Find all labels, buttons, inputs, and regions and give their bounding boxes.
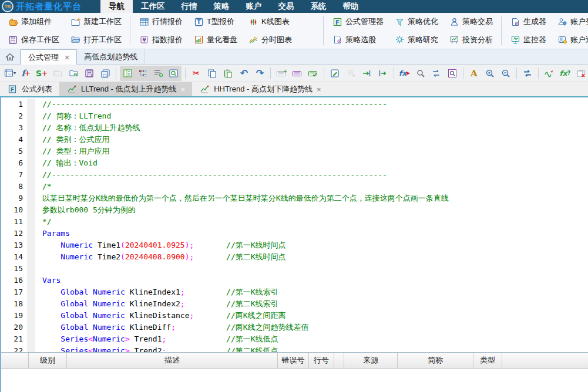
- code-editor[interactable]: 12345678910111213141516171819202122 //--…: [0, 97, 588, 352]
- ribbon-button-T型报价[interactable]: TT型报价: [188, 13, 243, 31]
- toolbar-separator: [394, 67, 394, 79]
- ribbon-button-新建工作区[interactable]: +新建工作区: [65, 13, 127, 31]
- tab-close-icon[interactable]: ×: [317, 86, 321, 93]
- toolbar-button-edit[interactable]: [328, 66, 342, 80]
- ribbon-button-分时图表[interactable]: 分时图表: [243, 31, 297, 48]
- home-button[interactable]: [0, 49, 21, 64]
- message-column-empty[interactable]: [1, 353, 29, 368]
- toolbar-button-zoom-in[interactable]: [483, 66, 497, 80]
- toolbar-button-wave[interactable]: [542, 66, 556, 80]
- toolbar-button-paste[interactable]: [221, 66, 235, 80]
- message-column-行号[interactable]: 行号: [309, 353, 334, 368]
- toolbar-button-cut[interactable]: ✂: [189, 66, 203, 80]
- menu-item-交易[interactable]: 交易: [270, 0, 303, 13]
- line-number: 12: [1, 228, 27, 239]
- search-box-icon: [447, 68, 458, 79]
- toolbar-button-save-file[interactable]: [82, 66, 96, 80]
- toolbar-button-fx-check[interactable]: fx?: [558, 66, 572, 80]
- toolbar-button-folder-link[interactable]: [66, 66, 80, 80]
- ribbon-button-策略研究[interactable]: 策略研究: [389, 31, 443, 48]
- ribbon-button-账户透视[interactable]: 账户透视: [552, 31, 588, 48]
- toolbar-button-search-panel[interactable]: [166, 66, 181, 80]
- toolbar-button-save-all[interactable]: [98, 66, 112, 80]
- toolbar-button-copy[interactable]: [205, 66, 219, 80]
- toolbar-button-replace[interactable]: [429, 66, 443, 80]
- toolbar-button-strategy-add[interactable]: S+: [35, 66, 49, 80]
- ribbon-button-账户登录[interactable]: 账户登录: [552, 13, 588, 31]
- workspace-tab-高低点划趋势线[interactable]: 高低点划趋势线: [77, 49, 145, 64]
- menu-item-系统[interactable]: 系统: [303, 0, 335, 13]
- toolbar-button-redo[interactable]: ↷: [253, 66, 267, 80]
- editor-tab-HHTrend - 高点划下降趋势线[interactable]: HHTrend - 高点划下降趋势线×: [192, 82, 328, 96]
- ribbon-button-添加组件[interactable]: 添加组件: [2, 13, 65, 31]
- ribbon-button-量化看盘[interactable]: 量化看盘: [188, 31, 243, 48]
- message-column-级别[interactable]: 级别: [29, 353, 67, 368]
- toolbar-button-search-box[interactable]: [445, 66, 459, 80]
- paste-icon: [223, 68, 233, 79]
- toolbar-button-layout-list[interactable]: ▾: [3, 66, 17, 80]
- menu-item-帮助[interactable]: 帮助: [335, 0, 367, 13]
- ribbon-button-策略交易[interactable]: 策略交易: [443, 13, 498, 31]
- toolbar-button-tree-view[interactable]: [136, 66, 150, 80]
- menu-item-工作区[interactable]: 工作区: [133, 0, 173, 13]
- toolbar-button-undo[interactable]: ↶: [237, 66, 251, 80]
- puzzle-icon: [8, 16, 18, 27]
- message-column-来源[interactable]: 来源: [344, 353, 398, 368]
- ribbon-button-指数报价[interactable]: ¥指数报价: [133, 31, 188, 48]
- toolbar-button-formula-add[interactable]: f+: [19, 66, 33, 80]
- chevron-down-icon: ▾: [14, 70, 16, 76]
- toolbar-button-folder[interactable]: [51, 66, 65, 80]
- toolbar-button-list-eye[interactable]: [151, 66, 166, 80]
- toolbar-button-delete-x[interactable]: [574, 66, 588, 80]
- ribbon-button-保存工作区[interactable]: 保存工作区: [2, 31, 65, 48]
- menu-item-导航[interactable]: 导航: [100, 0, 133, 13]
- generator-icon: [510, 16, 520, 27]
- message-column-类型[interactable]: 类型: [473, 353, 502, 368]
- ribbon-button-策略选股[interactable]: 策略选股: [327, 31, 389, 48]
- tab-close-icon[interactable]: ×: [181, 86, 186, 93]
- ribbon-button-监控器[interactable]: 监控器: [505, 31, 552, 48]
- line-number: 18: [1, 298, 27, 310]
- ribbon-button-打开工作区[interactable]: 打开工作区: [65, 31, 127, 48]
- ribbon-button-公式管理器[interactable]: F公式管理器: [327, 13, 389, 31]
- ribbon-button-label: 账户登录: [570, 16, 588, 27]
- ribbon-button-行情报价[interactable]: 行情报价: [133, 13, 188, 31]
- message-column-empty[interactable]: [334, 353, 344, 368]
- editor-tab-公式列表[interactable]: F公式列表: [0, 82, 59, 96]
- kline-icon: [248, 16, 258, 27]
- toolbar-button-export[interactable]: [376, 66, 390, 80]
- code-area[interactable]: //--------------------------------------…: [35, 97, 588, 352]
- menu-item-账户[interactable]: 账户: [238, 0, 270, 13]
- message-column-empty[interactable]: [502, 353, 588, 368]
- toolbar-button-fx-goto[interactable]: fx▶: [398, 66, 412, 80]
- toolbar-button-zoom-out[interactable]: [499, 66, 513, 80]
- ribbon-button-生成器[interactable]: 生成器: [505, 13, 552, 31]
- toolbar-button-kb-insert[interactable]: +: [274, 66, 288, 80]
- message-column-描述[interactable]: 描述: [67, 353, 278, 368]
- ribbon-button-投资分析[interactable]: 投资分析: [443, 31, 498, 48]
- toolbar-button-kb-check[interactable]: [306, 66, 320, 80]
- menu-item-策略[interactable]: 策略: [206, 0, 238, 13]
- tab-close-icon[interactable]: ×: [65, 53, 69, 62]
- ribbon-button-label: 策略交易: [462, 16, 493, 27]
- workspace-tab-公式管理[interactable]: 公式管理×: [21, 49, 77, 65]
- wave-icon: [544, 68, 555, 79]
- code-line: Global Numeric KlineIndex1; //第一K线索引: [42, 286, 588, 298]
- editor-tab-LLTrend - 低点划上升趋势线[interactable]: LLTrend - 低点划上升趋势线×: [59, 82, 192, 96]
- toolbar-button-search[interactable]: [414, 66, 428, 80]
- formula-list-icon: F: [7, 84, 18, 94]
- message-column-错误号[interactable]: 错误号: [278, 353, 309, 368]
- toolbar-button-kb-board[interactable]: [290, 66, 304, 80]
- toolbar-button-import[interactable]: [360, 66, 374, 80]
- ribbon-button-K线图表[interactable]: K线图表: [243, 13, 297, 31]
- kb-board-icon: [292, 68, 303, 79]
- toolbar-button-sync[interactable]: [520, 66, 535, 80]
- toolbar-button-side-panel[interactable]: [120, 66, 135, 80]
- monitor-icon: [510, 35, 520, 45]
- toolbar-button-font[interactable]: A: [467, 66, 481, 80]
- message-column-简称[interactable]: 简称: [398, 353, 473, 368]
- title-bar: TB 开拓者量化平台 导航工作区行情策略账户交易系统帮助: [0, 0, 588, 13]
- toolbar-button-list-x[interactable]: [344, 66, 358, 80]
- menu-item-行情[interactable]: 行情: [173, 0, 206, 13]
- ribbon-button-策略优化[interactable]: 策略优化: [389, 13, 443, 31]
